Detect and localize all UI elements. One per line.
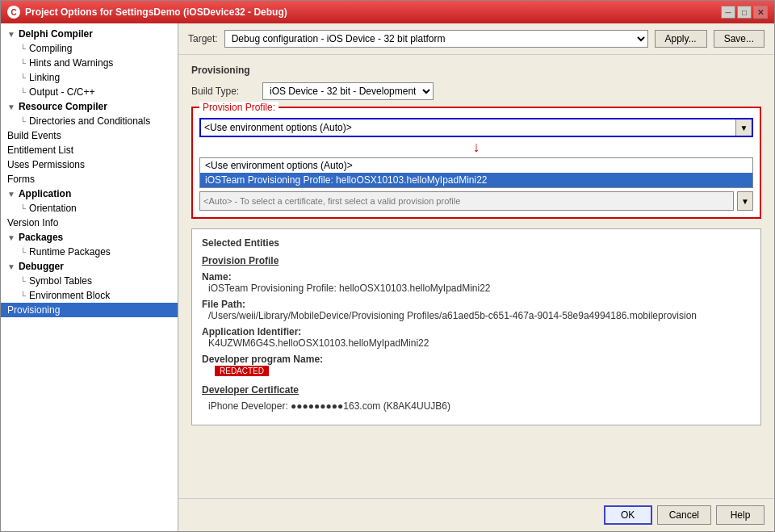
- sidebar-item-label: Delphi Compiler: [19, 28, 93, 40]
- sidebar-item-build-events[interactable]: Build Events: [1, 128, 178, 143]
- ok-button[interactable]: OK: [604, 505, 652, 525]
- footer: OK Cancel Help: [178, 498, 774, 531]
- devprogram-field: Developer program Name: REDACTED: [202, 354, 751, 376]
- sidebar-item-label: Directories and Conditionals: [29, 115, 150, 127]
- sidebar-item-label: Compiling: [29, 43, 72, 54]
- sidebar-item-label: Forms: [7, 174, 35, 185]
- provision-profile-sub-title: Provision Profile: [202, 255, 751, 266]
- main-panel: Target: Debug configuration - iOS Device…: [178, 23, 774, 531]
- sidebar-item-runtime-packages[interactable]: └ Runtime Packages: [1, 245, 178, 259]
- sidebar-item-environment-block[interactable]: └ Environment Block: [1, 288, 178, 303]
- sidebar: ▼ Delphi Compiler └ Compiling └ Hints an…: [1, 23, 178, 531]
- dropdown-item-auto[interactable]: <Use environment options (Auto)>: [200, 158, 752, 173]
- sidebar-item-packages[interactable]: ▼ Packages: [1, 230, 178, 245]
- dev-cert-field: Developer Certificate iPhone Developer: …: [202, 384, 751, 412]
- dropdown-item-iosteam[interactable]: iOSTeam Provisioning Profile: helloOSX10…: [200, 173, 752, 187]
- tree-dash-icon: └: [20, 44, 26, 53]
- sidebar-item-application[interactable]: ▼ Application: [1, 186, 178, 201]
- sidebar-item-label: Packages: [19, 232, 63, 243]
- window-title: Project Options for SettingsDemo (iOSDev…: [25, 6, 287, 18]
- cert-input[interactable]: [199, 191, 734, 211]
- minimize-button[interactable]: ─: [721, 6, 735, 19]
- red-arrow-icon: ↓: [199, 139, 753, 156]
- name-field: Name: iOSTeam Provisioning Profile: hell…: [202, 271, 751, 294]
- devprogram-redacted-badge: REDACTED: [215, 366, 269, 376]
- appid-label: Application Identifier:: [202, 326, 751, 337]
- sidebar-item-label: Version Info: [7, 217, 58, 228]
- sidebar-item-label: Symbol Tables: [29, 275, 92, 287]
- expand-icon: ▼: [7, 262, 15, 271]
- selected-entities-panel: Selected Entities Provision Profile Name…: [191, 228, 761, 425]
- name-value: iOSTeam Provisioning Profile: helloOSX10…: [202, 283, 751, 294]
- sidebar-item-label: Provisioning: [7, 304, 60, 316]
- sidebar-item-label: Uses Permissions: [7, 159, 85, 170]
- build-type-label: Build Type:: [191, 86, 256, 97]
- sidebar-item-linking[interactable]: └ Linking: [1, 70, 178, 85]
- tree-dash-icon: └: [20, 248, 26, 257]
- sidebar-item-hints-warnings[interactable]: └ Hints and Warnings: [1, 56, 178, 70]
- expand-icon: ▼: [7, 233, 15, 242]
- tree-dash-icon: └: [20, 204, 26, 213]
- provision-select-wrapper: <Use environment options (Auto)> ▼: [199, 118, 753, 137]
- sidebar-item-orientation[interactable]: └ Orientation: [1, 201, 178, 216]
- help-button[interactable]: Help: [716, 505, 765, 525]
- maximize-button[interactable]: □: [737, 6, 752, 19]
- tree-dash-icon: └: [20, 73, 26, 82]
- target-select[interactable]: Debug configuration - iOS Device - 32 bi…: [224, 30, 648, 48]
- build-type-select[interactable]: iOS Device - 32 bit - Development: [262, 82, 434, 100]
- sidebar-item-symbol-tables[interactable]: └ Symbol Tables: [1, 274, 178, 288]
- tree-dash-icon: └: [20, 59, 26, 68]
- sidebar-item-label: Environment Block: [29, 290, 110, 301]
- expand-icon: ▼: [7, 30, 15, 39]
- expand-icon: ▼: [7, 103, 15, 111]
- build-type-row: Build Type: iOS Device - 32 bit - Develo…: [191, 82, 761, 100]
- sidebar-item-directories[interactable]: └ Directories and Conditionals: [1, 114, 178, 128]
- provision-profile-label: Provision Profile:: [199, 102, 279, 113]
- filepath-label: File Path:: [202, 299, 751, 310]
- main-window: C Project Options for SettingsDemo (iOSD…: [0, 0, 775, 532]
- save-button[interactable]: Save...: [714, 30, 765, 48]
- sidebar-item-compiling[interactable]: └ Compiling: [1, 41, 178, 56]
- content-area: ▼ Delphi Compiler └ Compiling └ Hints an…: [1, 23, 774, 531]
- title-bar-controls: ─ □ ✕: [721, 6, 768, 19]
- sidebar-item-label: Application: [19, 188, 71, 199]
- provision-dropdown[interactable]: <Use environment options (Auto)> iOSTeam…: [199, 157, 753, 188]
- section-title: Provisioning: [191, 65, 761, 76]
- filepath-value: /Users/weii/Library/MobileDevice/Provisi…: [202, 310, 751, 321]
- sidebar-item-provisioning[interactable]: Provisioning: [1, 303, 178, 317]
- tree-dash-icon: └: [20, 277, 26, 286]
- cert-select-arrow-icon: ▼: [737, 191, 753, 211]
- sidebar-item-label: Debugger: [19, 261, 64, 272]
- expand-icon: ▼: [7, 190, 15, 199]
- title-bar: C Project Options for SettingsDemo (iOSD…: [1, 1, 774, 23]
- dev-cert-title: Developer Certificate: [202, 384, 751, 396]
- appid-field: Application Identifier: K4UZWM6G4S.hello…: [202, 326, 751, 349]
- target-label: Target:: [188, 33, 218, 44]
- toolbar: Target: Debug configuration - iOS Device…: [178, 23, 774, 55]
- cert-select-row: ▼: [199, 191, 753, 211]
- sidebar-item-label: Runtime Packages: [29, 246, 111, 258]
- sidebar-item-entitlement-list[interactable]: Entitlement List: [1, 143, 178, 157]
- apply-button[interactable]: Apply...: [655, 30, 707, 48]
- sidebar-item-output-cpp[interactable]: └ Output - C/C++: [1, 85, 178, 99]
- devprogram-label: Developer program Name:: [202, 354, 751, 365]
- sidebar-item-version-info[interactable]: Version Info: [1, 216, 178, 230]
- sidebar-item-label: Output - C/C++: [29, 86, 94, 98]
- provision-profile-section: Provision Profile: <Use environment opti…: [191, 107, 761, 219]
- sidebar-item-label: Orientation: [29, 203, 77, 214]
- app-icon: C: [7, 6, 20, 19]
- sidebar-item-resource-compiler[interactable]: ▼ Resource Compiler: [1, 99, 178, 114]
- sidebar-item-uses-permissions[interactable]: Uses Permissions: [1, 157, 178, 172]
- tree-dash-icon: └: [20, 117, 26, 126]
- dev-cert-value: iPhone Developer: ●●●●●●●●●163.com (K8AK…: [202, 400, 751, 412]
- sidebar-item-forms[interactable]: Forms: [1, 172, 178, 186]
- selected-entities-title: Selected Entities: [202, 237, 751, 249]
- sidebar-item-debugger[interactable]: ▼ Debugger: [1, 259, 178, 274]
- close-button[interactable]: ✕: [753, 6, 768, 19]
- sidebar-item-label: Resource Compiler: [19, 101, 107, 112]
- main-content: Provisioning Build Type: iOS Device - 32…: [178, 55, 774, 498]
- cancel-button[interactable]: Cancel: [657, 505, 711, 525]
- provision-select[interactable]: <Use environment options (Auto)>: [199, 118, 753, 137]
- sidebar-item-delphi-compiler[interactable]: ▼ Delphi Compiler: [1, 27, 178, 41]
- filepath-field: File Path: /Users/weii/Library/MobileDev…: [202, 299, 751, 321]
